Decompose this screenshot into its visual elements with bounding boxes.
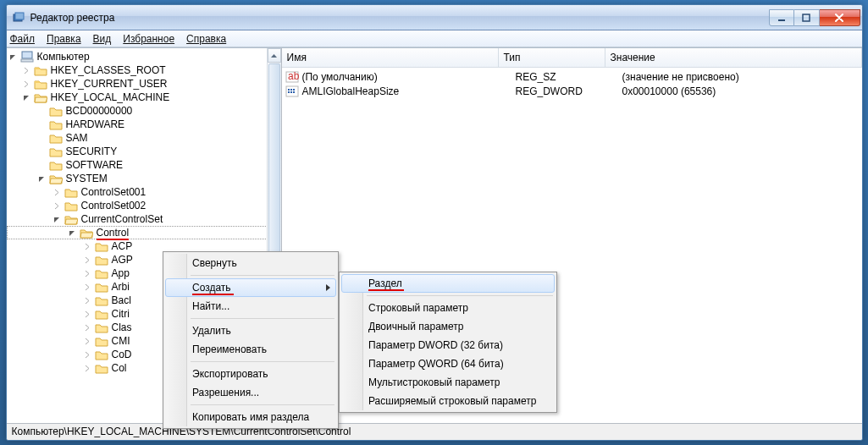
chevron-down-icon[interactable] xyxy=(68,228,78,238)
ctx-new-multistring[interactable]: Мультистроковый параметр xyxy=(341,373,555,392)
tree-item[interactable]: HKEY_CLASSES_ROOT xyxy=(7,63,281,77)
value-row[interactable]: ab(По умолчанию)REG_SZ(значение не присв… xyxy=(282,69,862,84)
menu-view[interactable]: Вид xyxy=(93,33,112,45)
ctx-collapse[interactable]: Свернуть xyxy=(165,254,336,272)
svg-rect-2 xyxy=(778,19,785,21)
column-headers: Имя Тип Значение xyxy=(282,48,862,68)
menu-help[interactable]: Справка xyxy=(186,33,226,45)
title-bar: Редактор реестра xyxy=(7,5,862,30)
chevron-right-icon[interactable] xyxy=(53,187,63,197)
window-controls xyxy=(769,9,860,26)
chevron-right-icon[interactable] xyxy=(83,349,93,360)
tree-item[interactable]: ControlSet001 xyxy=(7,185,281,199)
folder-icon xyxy=(95,362,108,374)
tree-item[interactable]: BCD00000000 xyxy=(7,104,281,118)
folder-open-icon xyxy=(80,227,93,239)
tree-item-selected[interactable]: Control xyxy=(7,226,281,239)
folder-icon xyxy=(64,186,78,198)
svg-rect-10 xyxy=(290,89,292,91)
folder-icon xyxy=(95,281,108,293)
context-menu-primary: Свернуть Создать Найти... Удалить Переим… xyxy=(163,251,339,429)
submenu-arrow-icon xyxy=(326,282,330,294)
value-name: AMLIGlobalHeapSize xyxy=(302,85,516,97)
folder-icon xyxy=(95,349,108,360)
chevron-right-icon[interactable] xyxy=(83,309,93,319)
chevron-right-icon[interactable] xyxy=(83,336,93,346)
tree-item[interactable]: SECURITY xyxy=(7,145,281,158)
value-data: (значение не присвоено) xyxy=(622,71,862,83)
folder-icon xyxy=(95,335,108,347)
menu-favorites[interactable]: Избранное xyxy=(123,33,174,45)
folder-icon xyxy=(95,321,108,333)
ctx-new-key[interactable]: Раздел xyxy=(341,274,555,293)
chevron-down-icon[interactable] xyxy=(22,92,32,102)
ctx-find[interactable]: Найти... xyxy=(165,297,336,316)
chevron-down-icon[interactable] xyxy=(8,52,19,62)
ctx-new-dword[interactable]: Параметр DWORD (32 бита) xyxy=(341,336,555,354)
ctx-export[interactable]: Экспортировать xyxy=(165,365,336,383)
column-value[interactable]: Значение xyxy=(605,48,862,67)
tree-item[interactable]: SAM xyxy=(7,131,281,145)
tree-item[interactable]: ControlSet002 xyxy=(7,199,281,212)
chevron-down-icon[interactable] xyxy=(53,214,63,224)
folder-icon xyxy=(49,146,63,157)
ctx-new-binary[interactable]: Двоичный параметр xyxy=(341,317,555,336)
svg-rect-13 xyxy=(293,89,295,91)
chevron-right-icon[interactable] xyxy=(83,295,93,305)
folder-icon xyxy=(49,105,63,117)
ctx-rename[interactable]: Переименовать xyxy=(165,340,336,359)
column-type[interactable]: Тип xyxy=(499,48,605,67)
svg-rect-1 xyxy=(15,13,24,19)
folder-icon xyxy=(49,132,63,144)
minimize-button[interactable] xyxy=(769,9,794,26)
chevron-down-icon[interactable] xyxy=(37,173,47,184)
chevron-right-icon[interactable] xyxy=(83,255,93,265)
tree-item[interactable]: SYSTEM xyxy=(7,172,281,185)
value-row[interactable]: AMLIGlobalHeapSizeREG_DWORD0x00010000 (6… xyxy=(282,84,862,98)
tree-root[interactable]: Компьютер xyxy=(7,50,281,63)
value-name: (По умолчанию) xyxy=(302,71,516,83)
folder-icon xyxy=(95,308,108,320)
chevron-right-icon[interactable] xyxy=(53,201,63,211)
chevron-right-icon[interactable] xyxy=(83,363,93,373)
tree-item[interactable]: CurrentControlSet xyxy=(7,212,281,226)
column-name[interactable]: Имя xyxy=(282,48,499,67)
scroll-up-button[interactable] xyxy=(268,48,281,63)
ctx-permissions[interactable]: Разрешения... xyxy=(165,383,336,402)
svg-rect-11 xyxy=(288,91,290,93)
ctx-delete[interactable]: Удалить xyxy=(165,321,336,340)
value-type: REG_DWORD xyxy=(516,85,622,97)
svg-rect-4 xyxy=(22,52,32,58)
chevron-right-icon[interactable] xyxy=(83,322,93,332)
tree-item[interactable]: HARDWARE xyxy=(7,118,281,131)
ctx-new-expandstring[interactable]: Расширяемый строковый параметр xyxy=(341,392,555,410)
app-icon xyxy=(12,11,25,25)
tree-item[interactable]: HKEY_CURRENT_USER xyxy=(7,77,281,91)
menu-file[interactable]: Файл xyxy=(10,33,36,45)
folder-open-icon xyxy=(64,213,78,225)
close-button[interactable] xyxy=(820,9,860,26)
chevron-right-icon[interactable] xyxy=(83,241,93,251)
context-menu-submenu: Раздел Строковый параметр Двоичный парам… xyxy=(339,272,557,413)
ctx-new-qword[interactable]: Параметр QWORD (64 бита) xyxy=(341,354,555,373)
annotation-redline xyxy=(192,294,234,295)
ctx-new-string[interactable]: Строковый параметр xyxy=(341,299,555,317)
folder-open-icon xyxy=(34,91,47,103)
svg-rect-9 xyxy=(288,89,290,91)
tree-item[interactable]: SOFTWARE xyxy=(7,158,281,172)
ctx-copyname[interactable]: Копировать имя раздела xyxy=(165,408,336,426)
chevron-right-icon[interactable] xyxy=(83,268,93,278)
maximize-button[interactable] xyxy=(794,9,820,26)
scroll-thumb[interactable] xyxy=(268,63,280,275)
menu-edit[interactable]: Правка xyxy=(47,33,81,45)
svg-text:ab: ab xyxy=(288,70,299,82)
ctx-create[interactable]: Создать xyxy=(165,278,336,297)
folder-icon xyxy=(95,240,108,252)
chevron-right-icon[interactable] xyxy=(22,65,32,75)
reg-dword-icon xyxy=(285,85,299,98)
chevron-right-icon[interactable] xyxy=(22,79,32,89)
chevron-right-icon[interactable] xyxy=(83,282,93,292)
annotation-redline xyxy=(97,239,129,240)
value-type: REG_SZ xyxy=(516,71,622,83)
tree-item[interactable]: HKEY_LOCAL_MACHINE xyxy=(7,91,281,104)
